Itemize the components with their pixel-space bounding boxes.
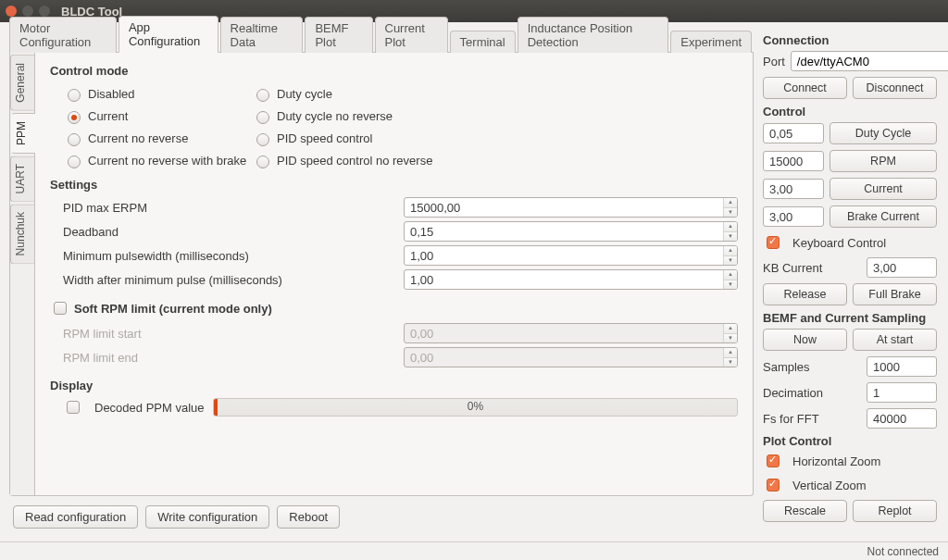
ctrlmode-pid-speed-no-reverse[interactable]: PID speed control no reverse (252, 150, 493, 170)
spin-down-icon[interactable]: ▼ (724, 208, 737, 218)
spin-up-icon[interactable]: ▲ (724, 270, 737, 280)
duty-input[interactable] (764, 124, 824, 143)
spin-up-icon[interactable]: ▲ (724, 246, 737, 256)
ctrlmode-current-radio[interactable] (68, 111, 81, 124)
decimation-label: Decimation (763, 386, 861, 400)
tab-inductance-position-detection[interactable]: Inductance Position Detection (518, 17, 669, 53)
deadband-input[interactable] (405, 222, 723, 241)
port-input[interactable] (791, 51, 948, 71)
reboot-button[interactable]: Reboot (277, 505, 340, 529)
ctrlmode-duty-cycle-label: Duty cycle (277, 87, 332, 101)
soft-rpm-label: Soft RPM limit (current mode only) (74, 302, 272, 316)
tab-terminal[interactable]: Terminal (450, 31, 516, 53)
tab-realtime-data[interactable]: Realtime Data (220, 17, 304, 53)
keyboard-control-checkbox[interactable] (767, 236, 780, 249)
rpm-button[interactable]: RPM (830, 150, 937, 172)
status-bar: Not connected (0, 541, 948, 560)
bemf-now-button[interactable]: Now (763, 329, 847, 351)
write-configuration-button[interactable]: Write configuration (145, 505, 269, 529)
bemf-at-start-button[interactable]: At start (853, 329, 937, 351)
width-after-min-spinner[interactable]: ▲▼ (404, 269, 738, 290)
rpm-spinner[interactable]: ▲▼ (763, 151, 824, 171)
plot-title: Plot Control (763, 434, 937, 448)
brake-current-spinner[interactable]: ▲▼ (763, 206, 824, 227)
disconnect-button[interactable]: Disconnect (853, 77, 937, 99)
ctrlmode-duty-cycle[interactable]: Duty cycle (252, 83, 493, 104)
side-tab-general[interactable]: General (10, 55, 34, 111)
full-brake-button[interactable]: Full Brake (853, 283, 937, 305)
spin-down-icon[interactable]: ▼ (724, 232, 737, 242)
spin-down-icon: ▼ (724, 358, 737, 367)
tab-motor-configuration[interactable]: Motor Configuration (9, 17, 117, 53)
side-tab-ppm[interactable]: PPM (11, 113, 35, 154)
window-close-icon[interactable] (6, 6, 17, 17)
decoded-ppm-checkbox[interactable] (67, 401, 80, 414)
tab-bemf-plot[interactable]: BEMF Plot (305, 17, 372, 53)
ctrlmode-duty-no-reverse-label: Duty cycle no reverse (277, 109, 393, 123)
ctrlmode-disabled-radio[interactable] (68, 89, 81, 102)
ctrlmode-current[interactable]: Current (63, 106, 248, 126)
fs-fft-spinner[interactable]: ▲▼ (867, 408, 937, 429)
ctrlmode-current-no-reverse[interactable]: Current no reverse (63, 128, 248, 148)
kb-current-spinner[interactable]: ▲▼ (867, 257, 937, 278)
ctrlmode-current-no-reverse-radio[interactable] (68, 133, 81, 146)
connect-button[interactable]: Connect (763, 77, 847, 99)
rpm-limit-end-input (405, 348, 723, 367)
ctrlmode-current-no-reverse-brake[interactable]: Current no reverse with brake (63, 150, 248, 170)
current-spinner[interactable]: ▲▼ (763, 179, 824, 199)
ctrlmode-pid-speed-radio[interactable] (256, 133, 269, 146)
samples-spinner[interactable]: ▲▼ (867, 356, 937, 377)
ctrlmode-duty-no-reverse-radio[interactable] (256, 111, 269, 124)
tab-app-configuration[interactable]: App Configuration (118, 16, 218, 53)
min-pulsewidth-spinner[interactable]: ▲▼ (404, 245, 738, 266)
spin-down-icon[interactable]: ▼ (724, 256, 737, 266)
samples-input[interactable] (867, 357, 937, 376)
ctrlmode-duty-cycle-radio[interactable] (256, 89, 269, 102)
window-maximize-icon[interactable] (39, 6, 50, 17)
rescale-button[interactable]: Rescale (763, 500, 847, 522)
side-tab-uart[interactable]: UART (10, 156, 34, 202)
decimation-spinner[interactable]: ▲▼ (867, 382, 937, 403)
keyboard-control-label: Keyboard Control (792, 236, 886, 250)
duty-cycle-button[interactable]: Duty Cycle (830, 122, 937, 144)
rpm-limit-start-input (405, 324, 723, 342)
spin-up-icon[interactable]: ▲ (724, 222, 737, 232)
pid-max-erpm-input[interactable] (405, 198, 723, 217)
current-button[interactable]: Current (830, 178, 937, 200)
read-configuration-button[interactable]: Read configuration (13, 505, 138, 529)
soft-rpm-checkbox[interactable] (54, 302, 67, 315)
width-after-min-label: Width after minimum pulse (milliseconds) (63, 273, 396, 287)
brake-current-button[interactable]: Brake Current (830, 205, 937, 228)
replot-button[interactable]: Replot (853, 500, 937, 522)
vertical-zoom-checkbox[interactable] (767, 479, 780, 492)
ctrlmode-disabled[interactable]: Disabled (63, 83, 248, 104)
kb-current-label: KB Current (763, 261, 861, 275)
fs-fft-input[interactable] (867, 409, 937, 428)
ctrlmode-pid-speed-no-reverse-radio[interactable] (256, 156, 269, 168)
brake-current-input[interactable] (764, 207, 824, 226)
rpm-input[interactable] (764, 152, 824, 170)
ctrlmode-current-no-reverse-brake-radio[interactable] (68, 156, 81, 168)
tab-experiment[interactable]: Experiment (670, 31, 752, 53)
ctrlmode-pid-speed[interactable]: PID speed control (252, 128, 493, 148)
window-minimize-icon[interactable] (22, 6, 33, 17)
duty-spinner[interactable]: ▲▼ (763, 123, 824, 143)
spin-up-icon[interactable]: ▲ (724, 198, 737, 208)
min-pulsewidth-input[interactable] (405, 246, 723, 265)
side-tab-nunchuk[interactable]: Nunchuk (10, 204, 34, 264)
release-button[interactable]: Release (763, 283, 847, 305)
horizontal-zoom-checkbox[interactable] (767, 454, 780, 467)
pid-max-erpm-spinner[interactable]: ▲▼ (404, 197, 738, 218)
decoded-ppm-progress: 0% (213, 398, 738, 417)
current-input[interactable] (764, 180, 824, 198)
width-after-min-input[interactable] (405, 270, 723, 289)
vertical-zoom-label: Vertical Zoom (792, 479, 866, 492)
status-text: Not connected (867, 545, 939, 558)
tab-current-plot[interactable]: Current Plot (375, 17, 448, 53)
kb-current-input[interactable] (867, 258, 937, 277)
ctrlmode-duty-no-reverse[interactable]: Duty cycle no reverse (252, 106, 493, 126)
spin-down-icon[interactable]: ▼ (724, 280, 737, 290)
ctrlmode-pid-speed-label: PID speed control (277, 131, 372, 145)
decimation-input[interactable] (867, 383, 937, 402)
deadband-spinner[interactable]: ▲▼ (404, 221, 738, 242)
